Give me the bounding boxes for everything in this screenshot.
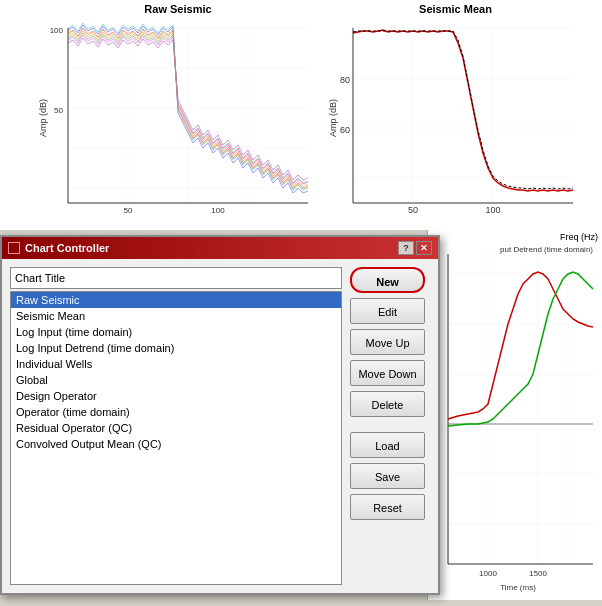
- seismic-mean-svg: 80 60 50 100 Amp (dB): [328, 18, 583, 213]
- move-up-button[interactable]: Move Up: [350, 329, 425, 355]
- dialog-content: Raw SeismicSeismic MeanLog Input (time d…: [2, 259, 438, 593]
- chart-list-item[interactable]: Log Input Detrend (time domain): [11, 340, 341, 356]
- close-button[interactable]: ✕: [416, 241, 432, 255]
- dialog-right-panel: New Edit Move Up Move Down Delete Load S…: [350, 267, 430, 585]
- new-button[interactable]: New: [350, 267, 425, 293]
- bottom-area: Chart Controller ? ✕ Raw SeismicSeismic …: [0, 230, 602, 606]
- seismic-mean-title: Seismic Mean: [328, 3, 583, 15]
- titlebar-buttons: ? ✕: [398, 241, 432, 255]
- dialog-titlebar: Chart Controller ? ✕: [2, 237, 438, 259]
- chart-list-item[interactable]: Seismic Mean: [11, 308, 341, 324]
- svg-text:Amp (dB): Amp (dB): [328, 99, 338, 137]
- bottom-right-freq-label: Freq (Hz): [428, 230, 602, 244]
- svg-text:1000: 1000: [479, 569, 497, 578]
- charts-area: Raw Seismic 100 50 50 100 Amp (dB): [0, 0, 602, 230]
- svg-text:50: 50: [408, 205, 418, 213]
- help-button[interactable]: ?: [398, 241, 414, 255]
- move-down-button[interactable]: Move Down: [350, 360, 425, 386]
- svg-text:100: 100: [485, 205, 500, 213]
- chart-list-item[interactable]: Operator (time domain): [11, 404, 341, 420]
- svg-text:put Detrend (time domain): put Detrend (time domain): [500, 245, 593, 254]
- raw-seismic-svg: 100 50 50 100 Amp (dB): [38, 18, 318, 213]
- reset-button[interactable]: Reset: [350, 494, 425, 520]
- svg-text:Amp (dB): Amp (dB): [38, 99, 48, 137]
- svg-text:100: 100: [50, 26, 64, 35]
- edit-button[interactable]: Edit: [350, 298, 425, 324]
- delete-button[interactable]: Delete: [350, 391, 425, 417]
- chart-list-item[interactable]: Global: [11, 372, 341, 388]
- chart-list-item[interactable]: Raw Seismic: [11, 292, 341, 308]
- chart-list-item[interactable]: Individual Wells: [11, 356, 341, 372]
- dialog-left-panel: Raw SeismicSeismic MeanLog Input (time d…: [10, 267, 342, 585]
- svg-text:80: 80: [340, 75, 350, 85]
- bottom-right-chart: Freq (Hz) 1000 1500 Time (ms): [427, 230, 602, 600]
- dialog-app-icon: [8, 242, 20, 254]
- svg-text:60: 60: [340, 125, 350, 135]
- chart-list-item[interactable]: Design Operator: [11, 388, 341, 404]
- chart-controller-dialog: Chart Controller ? ✕ Raw SeismicSeismic …: [0, 235, 440, 595]
- dialog-title: Chart Controller: [25, 242, 109, 254]
- svg-text:100: 100: [211, 206, 225, 213]
- titlebar-left: Chart Controller: [8, 242, 109, 254]
- chart-list[interactable]: Raw SeismicSeismic MeanLog Input (time d…: [10, 291, 342, 585]
- svg-text:50: 50: [54, 106, 63, 115]
- svg-text:Time (ms): Time (ms): [500, 583, 536, 592]
- svg-text:1500: 1500: [529, 569, 547, 578]
- load-button[interactable]: Load: [350, 432, 425, 458]
- chart-title-input[interactable]: [10, 267, 342, 289]
- svg-text:50: 50: [124, 206, 133, 213]
- raw-seismic-chart: Raw Seismic 100 50 50 100 Amp (dB): [38, 18, 318, 230]
- chart-list-item[interactable]: Log Input (time domain): [11, 324, 341, 340]
- seismic-mean-chart: Seismic Mean 80 60 50 100 Amp (dB): [328, 18, 583, 230]
- bottom-right-svg: 1000 1500 Time (ms) put Detrend (time do…: [428, 244, 602, 594]
- chart-list-item[interactable]: Convolved Output Mean (QC): [11, 436, 341, 452]
- chart-list-item[interactable]: Residual Operator (QC): [11, 420, 341, 436]
- save-button[interactable]: Save: [350, 463, 425, 489]
- raw-seismic-title: Raw Seismic: [38, 3, 318, 15]
